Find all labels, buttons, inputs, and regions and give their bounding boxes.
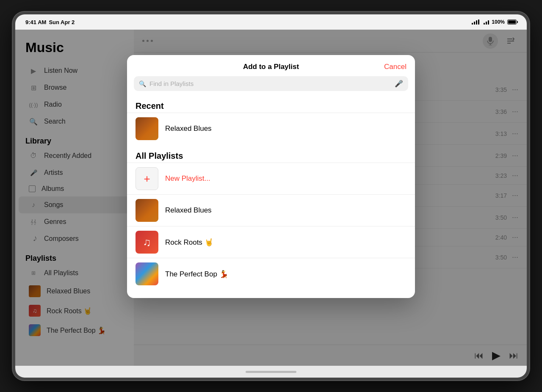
modal-cancel-button[interactable]: Cancel xyxy=(384,63,406,71)
search-input-wrap: 🔍 🎤 xyxy=(134,76,408,91)
all-playlists-section-header: All Playlists xyxy=(127,144,415,163)
modal-overlay: Add to a Playlist Cancel 🔍 🎤 Recent xyxy=(15,30,527,366)
status-bar: 9:41 AM Sun Apr 2 100% xyxy=(15,14,527,30)
rock-roots-art: ♫ xyxy=(136,231,158,254)
modal-search: 🔍 🎤 xyxy=(127,76,415,96)
relaxed-blues-art xyxy=(136,199,158,222)
signal-icon xyxy=(484,19,489,25)
modal-header: Add to a Playlist Cancel xyxy=(127,55,415,76)
list-item-relaxed-blues-recent[interactable]: Relaxed Blues xyxy=(127,113,415,144)
relaxed-blues-recent-label: Relaxed Blues xyxy=(165,124,212,133)
status-time-date: 9:41 AM Sun Apr 2 xyxy=(25,19,75,25)
status-right: 100% xyxy=(472,19,517,25)
recent-section-header: Recent xyxy=(127,96,415,113)
status-date: Sun Apr 2 xyxy=(49,19,75,25)
home-bar xyxy=(246,371,296,373)
search-icon: 🔍 xyxy=(139,80,146,87)
relaxed-blues-label: Relaxed Blues xyxy=(165,206,212,215)
battery-percent: 100% xyxy=(492,19,505,25)
new-playlist-icon: + xyxy=(136,167,158,190)
mic-icon[interactable]: 🎤 xyxy=(395,80,403,88)
plus-icon: + xyxy=(144,172,150,185)
perfect-bop-label: The Perfect Bop 💃 xyxy=(165,270,228,279)
new-playlist-label: New Playlist... xyxy=(165,174,210,183)
battery-icon xyxy=(507,19,517,25)
modal-bottom-padding xyxy=(127,290,415,298)
rock-roots-label: Rock Roots 🤘 xyxy=(165,238,213,247)
status-time: 9:41 AM xyxy=(25,19,46,25)
home-indicator xyxy=(15,366,527,378)
list-item-relaxed-blues[interactable]: Relaxed Blues xyxy=(127,194,415,226)
modal-title: Add to a Playlist xyxy=(243,63,299,71)
ipad-frame: 9:41 AM Sun Apr 2 100% xyxy=(13,12,529,380)
add-to-playlist-modal: Add to a Playlist Cancel 🔍 🎤 Recent xyxy=(127,55,415,298)
relaxed-blues-recent-art xyxy=(136,117,158,140)
wifi-icon xyxy=(472,19,479,25)
find-in-playlists-input[interactable] xyxy=(149,80,391,87)
list-item-rock-roots[interactable]: ♫ Rock Roots 🤘 xyxy=(127,226,415,258)
perfect-bop-art xyxy=(136,262,158,285)
list-item-new-playlist[interactable]: + New Playlist... xyxy=(127,163,415,194)
ipad-content: Music ▶ Listen Now ⊞ Browse ((·)) Radio … xyxy=(15,30,527,366)
list-item-perfect-bop[interactable]: The Perfect Bop 💃 xyxy=(127,258,415,290)
